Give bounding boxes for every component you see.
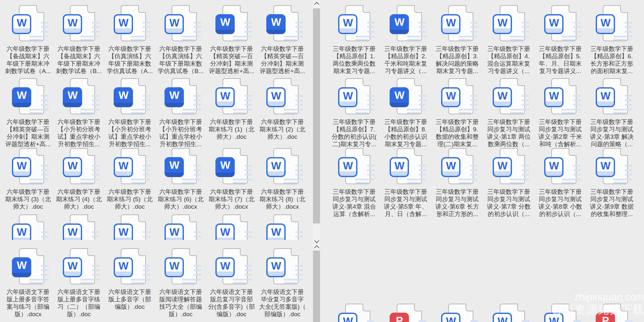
file-item[interactable]: W 六年级数学下册 期末练习 (2)（北 师大）.doc (257, 78, 308, 148)
file-item[interactable]: W 三年级数学下册 【精品原创】2. 千米和吨期末复 习专题讲义（... (380, 5, 431, 75)
folder-pane-bottom-left: W 六年级语文下册 版上册多音字答 案与练习（部编 版）.docx W 六年级语… (0, 240, 311, 322)
file-item[interactable]: W (257, 214, 308, 240)
word-light-file-icon: W (544, 5, 576, 41)
file-item[interactable]: P (380, 304, 431, 322)
folded-corner (36, 248, 44, 256)
word-dark-file-icon: W (12, 248, 44, 284)
file-item[interactable]: W 六年级数学下册 【精英突破—百 分冲刺】期末测 评题型透析+高... (257, 5, 308, 75)
badge-strip (215, 173, 235, 177)
file-item[interactable]: W (155, 214, 206, 240)
badge-letter: W (220, 14, 230, 30)
word-light-file-icon: W (165, 214, 197, 240)
badge-letter: W (68, 87, 77, 103)
file-item[interactable]: W (431, 304, 483, 322)
app-badge: W (215, 14, 235, 34)
file-item[interactable]: W 三年级数学下册 同步复习与测试 讲义-第9章 数据 的收集和整理... (586, 148, 638, 218)
file-name: 六年级语文下册 版上册多音字答 案与练习（部编 版）.docx (7, 288, 50, 318)
word-light-file-icon: W (63, 5, 95, 41)
scrollbar-bottom-left-pane[interactable] (313, 244, 320, 322)
app-badge: W (165, 157, 184, 177)
file-item[interactable]: W (104, 214, 155, 240)
file-item[interactable]: W 三年级数学下册 同步复习与测试 讲义-第5章 年、 月、日（含解... (380, 148, 431, 218)
scroll-up-arrow-icon[interactable] (314, 245, 319, 251)
badge-letter: W (446, 314, 456, 322)
file-item[interactable]: W 六年级数学下册 【精英突破—百 分冲刺】期末测 评题型透析+高... (3, 78, 53, 148)
app-badge: W (596, 14, 615, 34)
file-item[interactable]: W 三年级数学下册 【精品原创】1. 两位数乘两位数 期末复习专题... (328, 5, 380, 75)
file-name: 六年级数学下册 期末练习 (4)（北 师大）.doc (56, 188, 102, 210)
badge-strip (597, 101, 614, 106)
file-item[interactable]: W (206, 214, 257, 240)
file-item[interactable]: W (3, 214, 53, 240)
badge-strip (597, 171, 614, 176)
folded-corner (517, 148, 525, 156)
file-item[interactable]: W 三年级数学下册 【精品原创】9. 数据的收集和整 理(二)期末复... (431, 78, 483, 148)
file-item[interactable]: W (483, 304, 535, 322)
file-item[interactable]: W 六年级语文下册 毕业复习多音字 大全(无答案版)（ 部编版）.doc (257, 248, 308, 318)
file-item[interactable]: W 六年级语文下册 版阅读理解答题 技巧大全（部编 版）.doc (155, 248, 206, 318)
badge-strip (268, 238, 284, 240)
file-item[interactable]: W 三年级数学下册 【精品原创】6. 长方形和正方形 的面积期末复... (586, 5, 638, 75)
file-name: 三年级数学下册 【精品原创】9. 数据的收集和整 理(二)期末复... (436, 118, 479, 148)
word-light-file-icon: W (441, 304, 473, 322)
file-item[interactable]: W 六年级数学下册 【精英突破—百 分冲刺】期末测 评题型透析+高... (206, 5, 257, 75)
file-item[interactable]: W 三年级数学下册 【精品原创】5. 年、月、日期末 复习专题讲义... (535, 5, 586, 75)
word-light-file-icon: W (338, 304, 370, 322)
file-item[interactable]: W 六年级数学下册 【小升初分班考 试】重点学校小 升初数学招生... (104, 78, 155, 148)
file-item[interactable]: W (53, 214, 104, 240)
folded-corner (240, 214, 248, 222)
watermark: zhipinquan.com 百万资源免费下载 (551, 291, 644, 316)
file-item[interactable]: W 三年级数学下册 同步复习与测试 讲义-第1章 两位 数乘两位数（... (483, 78, 535, 148)
app-badge: W (493, 14, 512, 34)
folded-corner (138, 148, 146, 156)
app-badge: W (493, 87, 512, 107)
file-name: 三年级数学下册 同步复习与测试 讲义-第9章 数据 的收集和整理... (590, 188, 634, 218)
folded-corner (363, 148, 370, 156)
folded-corner (569, 5, 576, 13)
file-item[interactable]: W 六年级语文下册 版上册多音字答 案与练习（部编 版）.docx (3, 248, 53, 318)
scrollbar-top-left-pane[interactable] (313, 0, 320, 243)
file-item[interactable]: W 六年级语文下册 版上册多音字练 习（二）（部编 版）.doc (53, 248, 104, 318)
file-item[interactable]: W 三年级数学下册 【精品原创】3. 解决问题的策略 期末复习专题... (431, 5, 483, 75)
file-item[interactable]: W 六年级数学下册 期末练习 (7)（北 师大）.docx (206, 148, 257, 210)
file-item[interactable]: W 六年级数学下册 【小升初分班考 试】重点学校小 升初数学招生... (53, 78, 104, 148)
file-item[interactable]: W 三年级数学下册 同步复习与测试 讲义-第4章 混合 运算（含解析... (328, 148, 380, 218)
word-light-file-icon: W (544, 148, 576, 184)
file-item[interactable]: W 六年级数学下册 【仿真演练】六 年级下册期末数 学仿真试卷（A... (104, 5, 155, 75)
file-item[interactable]: W 六年级数学下册 期末练习 (8)（北 师大）.docx (257, 148, 308, 210)
folded-corner (87, 248, 95, 256)
file-item[interactable]: W 三年级数学下册 同步复习与测试 讲义-第6章 长方 形和正方形的... (431, 148, 483, 218)
file-item[interactable]: W 六年级数学下册 期末练习 (4)（北 师大）.doc (53, 148, 104, 210)
file-item[interactable]: W 六年级数学下册 【仿真演练】六 年级下册期末数 学仿真试卷（B... (155, 5, 206, 75)
file-item[interactable]: W 六年级数学下册 期末练习 (1)（北 师大）.doc (206, 78, 257, 148)
file-item[interactable]: W 三年级数学下册 同步复习与测试 讲义-第3章 解决 问题的策略（... (586, 78, 638, 148)
file-item[interactable]: W 三年级数学下册 同步复习与测试 讲义-第2章 千米 和吨（含解析... (535, 78, 586, 148)
folded-corner (466, 78, 473, 86)
file-item[interactable]: W 六年级数学下册 期末练习 (3)（北 师大）.doc (3, 148, 53, 210)
scroll-up-arrow-icon[interactable] (314, 2, 319, 7)
badge-strip (217, 271, 233, 276)
file-item[interactable]: W 三年级数学下册 【精品原创】7. 分数的初步认识( 二)期末复习专... (328, 78, 380, 148)
badge-strip (217, 101, 233, 106)
scrollbar-thumb[interactable] (313, 251, 320, 322)
file-name: 六年级数学下册 【备战期末】六 年级下册期末冲 刺数学试卷（A... (5, 45, 51, 75)
scroll-down-arrow-icon[interactable] (314, 238, 319, 243)
file-item[interactable]: W 三年级数学下册 同步复习与测试 讲义-第7章 分数 的初步认识（... (483, 148, 535, 218)
scrollbar-thumb[interactable] (313, 8, 320, 223)
file-item[interactable]: W 六年级语文下册 版上多音字（部 编版）.doc (104, 248, 155, 318)
file-item[interactable]: W 六年级数学下册 期末练习 (5)（北 师大）.doc (104, 148, 155, 210)
badge-letter: W (118, 87, 128, 103)
file-item[interactable]: W 三年级数学下册 【精品原创】8. 小数的初步认识 期末复习专题... (380, 78, 431, 148)
folded-corner (138, 248, 146, 256)
file-item[interactable]: W 三年级数学下册 同步复习与测试 讲义-第8章 小数 的初步认识（... (535, 148, 586, 218)
badge-strip (494, 28, 511, 33)
file-item[interactable]: W 六年级数学下册 期末练习 (6)（北 师大）.docx (155, 148, 206, 210)
file-item[interactable]: W 六年级数学下册 【备战期末】六 年级下册期末冲 刺数学试卷（B... (53, 5, 104, 75)
badge-strip (494, 171, 511, 176)
file-item[interactable]: W 六年级数学下册 【小升初分班考 试】重点学校小 升初数学招生... (155, 78, 206, 148)
file-item[interactable]: W (328, 304, 380, 322)
file-item[interactable]: W 三年级数学下册 【精品原创】4. 混合运算期末复 习专题讲义（... (483, 5, 535, 75)
folded-corner (291, 148, 298, 156)
file-item[interactable]: W 六年级语文下册 版总复习字音部 分(含多音字)（部 编版）.doc (206, 248, 257, 318)
file-item[interactable]: W 六年级数学下册 【备战期末】六 年级下册期末冲 刺数学试卷（A... (3, 5, 53, 75)
